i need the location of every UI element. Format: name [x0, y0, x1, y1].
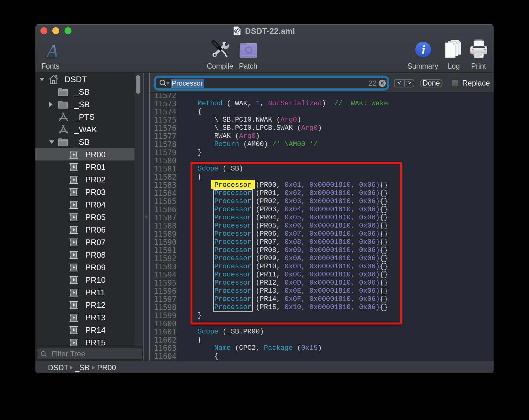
svg-text:AML: AML [235, 33, 239, 35]
svg-text:i: i [422, 43, 425, 57]
svg-text:A: A [45, 40, 59, 59]
